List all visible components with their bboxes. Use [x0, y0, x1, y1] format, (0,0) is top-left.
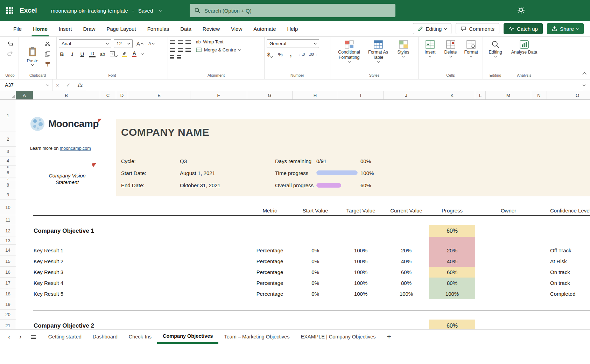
- key-result-5-current[interactable]: 100%: [384, 288, 429, 299]
- comments-button[interactable]: Comments: [456, 23, 499, 34]
- time-progress-label[interactable]: Time progress: [275, 168, 316, 177]
- comma-format-button[interactable]: ,: [288, 50, 294, 58]
- tab-help[interactable]: Help: [282, 21, 304, 36]
- days-remaining-label[interactable]: Days remaining: [275, 156, 316, 166]
- sheet-tab-team-marketing-objectives[interactable]: Team – Marketing Objectives: [218, 330, 295, 344]
- shrink-font-button[interactable]: A: [147, 41, 156, 47]
- row-header-6[interactable]: 6: [0, 168, 16, 177]
- key-result-2-current[interactable]: 40%: [384, 256, 429, 267]
- select-all-button[interactable]: [0, 91, 16, 99]
- borders-button[interactable]: [110, 51, 117, 57]
- tab-file[interactable]: File: [8, 21, 27, 36]
- key-result-5-label[interactable]: Key Result 5: [33, 288, 100, 299]
- sheet-canvas[interactable]: Mooncamp Learn more on mooncamp.com Comp…: [16, 100, 590, 329]
- column-header-i[interactable]: I: [338, 91, 384, 99]
- sheet-tab-check-ins[interactable]: Check-Ins: [123, 330, 157, 344]
- key-result-2-label[interactable]: Key Result 2: [33, 256, 100, 267]
- key-result-5-metric[interactable]: Percentage: [247, 288, 293, 299]
- header-metric[interactable]: Metric: [247, 200, 293, 215]
- align-bottom-button[interactable]: [185, 40, 191, 44]
- merge-dropdown-icon[interactable]: [238, 48, 241, 51]
- font-color-button[interactable]: A: [131, 51, 138, 57]
- key-result-3-confidence[interactable]: On track: [547, 267, 590, 278]
- tab-insert[interactable]: Insert: [53, 21, 78, 36]
- next-sheet-button[interactable]: ›: [15, 333, 26, 341]
- row-header-2[interactable]: 2: [0, 132, 16, 147]
- days-remaining-pct[interactable]: 00%: [360, 156, 385, 166]
- objective-2-label[interactable]: Company Objective 2: [33, 320, 100, 329]
- column-header-g[interactable]: G: [247, 91, 293, 99]
- font-color-dropdown-icon[interactable]: [141, 52, 144, 55]
- key-result-1-target[interactable]: 100%: [338, 245, 384, 256]
- formula-input[interactable]: [86, 79, 583, 91]
- wrap-text-button[interactable]: Wrap Text: [203, 39, 223, 44]
- cycle-label[interactable]: Cycle:: [121, 156, 174, 166]
- row-header-15[interactable]: 15: [0, 256, 16, 267]
- row-header-5[interactable]: 5: [0, 166, 16, 168]
- row-header-10[interactable]: 10: [0, 200, 16, 215]
- objective-1-progress-cell[interactable]: 60%: [429, 225, 475, 237]
- expand-formula-bar-icon[interactable]: [583, 83, 585, 86]
- tab-data[interactable]: Data: [175, 21, 197, 36]
- tab-page-layout[interactable]: Page Layout: [101, 21, 141, 36]
- catch-up-button[interactable]: Catch up: [504, 23, 543, 34]
- key-result-5-confidence[interactable]: Completed: [547, 288, 590, 299]
- editing-mode-button[interactable]: Editing: [413, 23, 452, 34]
- key-result-1-start[interactable]: 0%: [293, 245, 338, 256]
- time-progress-pct[interactable]: 100%: [360, 168, 385, 177]
- row-header-17[interactable]: 17: [0, 278, 16, 288]
- currency-format-button[interactable]: $: [267, 51, 273, 57]
- sheet-tab-getting-started[interactable]: Getting started: [43, 330, 87, 344]
- column-header-b[interactable]: B: [33, 91, 100, 99]
- search-bar[interactable]: [190, 4, 395, 17]
- key-result-4-target[interactable]: 100%: [338, 278, 384, 288]
- key-result-3-current[interactable]: 60%: [384, 267, 429, 278]
- paste-button[interactable]: Paste: [23, 39, 41, 72]
- key-result-3-start[interactable]: 0%: [293, 267, 338, 278]
- align-top-button[interactable]: [170, 40, 175, 44]
- tab-draw[interactable]: Draw: [77, 21, 101, 36]
- header-target-value[interactable]: Target Value: [338, 200, 384, 215]
- row-header-16[interactable]: 16: [0, 267, 16, 278]
- row-header-8[interactable]: 8: [0, 180, 16, 190]
- sheet-tab-example-company-objectives[interactable]: EXAMPLE | Company Objectives: [295, 330, 381, 344]
- column-header-k[interactable]: K: [429, 91, 475, 99]
- key-result-4-confidence[interactable]: On track: [547, 278, 590, 288]
- row-header-3[interactable]: 3: [0, 147, 16, 156]
- key-result-4-current[interactable]: 80%: [384, 278, 429, 288]
- key-result-5-start[interactable]: 0%: [293, 288, 338, 299]
- overall-progress-pct[interactable]: 60%: [360, 180, 385, 190]
- column-header-j[interactable]: J: [384, 91, 429, 99]
- column-header-a[interactable]: A: [16, 91, 33, 99]
- align-center-button[interactable]: [178, 48, 183, 52]
- sheet-list-button[interactable]: [26, 335, 41, 339]
- decrease-decimal-button[interactable]: .00→: [309, 52, 317, 56]
- italic-button[interactable]: I: [69, 51, 75, 57]
- share-button[interactable]: Share: [547, 23, 584, 34]
- delete-cells-button[interactable]: Delete: [441, 39, 460, 72]
- editing-menu-button[interactable]: Editing: [485, 39, 506, 72]
- column-header-l[interactable]: L: [475, 91, 486, 99]
- tab-formulas[interactable]: Formulas: [142, 21, 175, 36]
- mooncamp-link[interactable]: mooncamp.com: [60, 146, 91, 151]
- key-result-1-confidence[interactable]: Off Track: [547, 245, 590, 256]
- increase-indent-button[interactable]: [177, 55, 181, 59]
- font-name-select[interactable]: Arial: [59, 39, 111, 48]
- key-result-3-target[interactable]: 100%: [338, 267, 384, 278]
- key-result-2-metric[interactable]: Percentage: [247, 256, 293, 267]
- confirm-entry-button[interactable]: ✓: [63, 82, 74, 88]
- start-date-value[interactable]: August 1, 2021: [180, 168, 253, 177]
- cut-button[interactable]: [43, 41, 51, 47]
- cell-styles-button[interactable]: Styles: [394, 39, 413, 72]
- copy-button[interactable]: [43, 50, 52, 57]
- fill-color-button[interactable]: [121, 51, 127, 57]
- key-result-2-start[interactable]: 0%: [293, 256, 338, 267]
- key-result-4-progress-cell[interactable]: 80%: [429, 278, 475, 288]
- row-header-13[interactable]: 13: [0, 237, 16, 245]
- cycle-value[interactable]: Q3: [180, 156, 253, 166]
- key-result-3-progress-cell[interactable]: 60%: [429, 267, 475, 278]
- prev-sheet-button[interactable]: ‹: [3, 333, 15, 341]
- column-header-n[interactable]: N: [531, 91, 547, 99]
- company-vision-statement[interactable]: Company VisionStatement: [43, 173, 91, 186]
- key-result-1-current[interactable]: 20%: [384, 245, 429, 256]
